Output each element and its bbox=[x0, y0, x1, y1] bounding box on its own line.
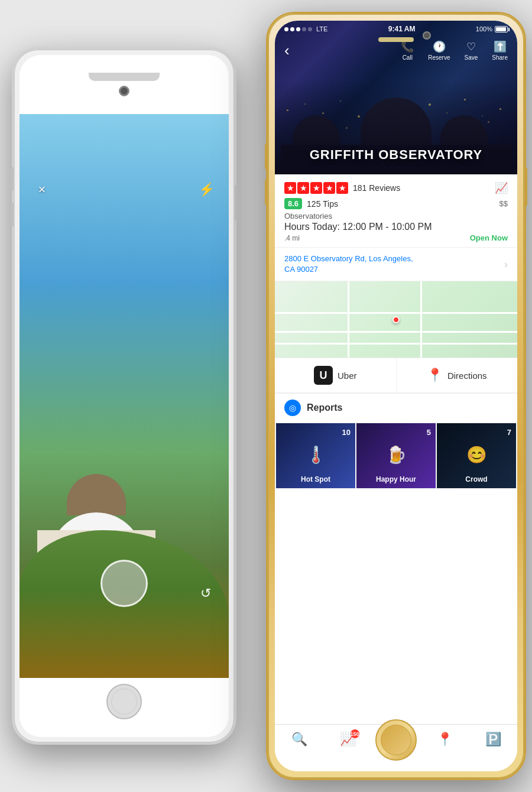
star-4: ★ bbox=[323, 182, 335, 194]
battery-area: 100% bbox=[476, 25, 508, 33]
hotspot-number: 10 bbox=[342, 428, 351, 437]
price-tag: $$ bbox=[499, 199, 508, 208]
address-line1: 2800 E Observatory Rd, Los Angeles, bbox=[284, 254, 413, 263]
venue-title: GRIFFITH OBSERVATORY bbox=[275, 147, 517, 163]
call-label: Call bbox=[403, 54, 413, 61]
signal-dot-2 bbox=[290, 27, 294, 31]
map-road-vertical bbox=[348, 281, 349, 358]
volume-up-button[interactable] bbox=[11, 167, 14, 191]
star-2: ★ bbox=[297, 182, 309, 194]
crowd-number: 7 bbox=[507, 428, 511, 437]
trending-icon: 📈 bbox=[495, 181, 508, 194]
share-icon: ⬆️ bbox=[494, 40, 507, 53]
flash-button[interactable]: ⚡ bbox=[196, 179, 217, 200]
battery-icon bbox=[495, 26, 508, 33]
tab-location[interactable]: 📍 bbox=[437, 732, 453, 747]
nav-actions: 📞 Call 🕐 Reserve ♡ Save ⬆️ Share bbox=[401, 40, 508, 61]
directions-label: Directions bbox=[447, 371, 487, 381]
save-button[interactable]: ♡ Save bbox=[465, 40, 478, 61]
thermometer-icon: 🌡️ bbox=[306, 445, 326, 465]
reports-header: ◎ Reports bbox=[275, 394, 517, 422]
search-icon: 🔍 bbox=[291, 732, 307, 747]
report-tile-hotspot[interactable]: 10 🌡️ Hot Spot bbox=[276, 423, 355, 488]
reserve-button[interactable]: 🕐 Reserve bbox=[428, 40, 450, 61]
uber-button[interactable]: U Uber bbox=[275, 358, 397, 392]
report-tile-crowd[interactable]: 7 😊 Crowd bbox=[437, 423, 516, 488]
back-button[interactable]: ‹ bbox=[284, 41, 290, 60]
share-button[interactable]: ⬆️ Share bbox=[492, 40, 508, 61]
transport-row: U Uber 📍 Directions bbox=[275, 358, 517, 394]
yelp-stars: ★ ★ ★ ★ ★ bbox=[284, 182, 348, 194]
power-button-right[interactable] bbox=[524, 167, 527, 206]
happyhour-label: Happy Hour bbox=[356, 475, 436, 483]
shutter-button[interactable] bbox=[100, 560, 148, 607]
distance-text: .4 mi bbox=[284, 234, 300, 242]
star-1: ★ bbox=[284, 182, 296, 194]
tips-count: 125 Tips bbox=[307, 199, 338, 209]
map-road-horizontal-3 bbox=[275, 343, 517, 345]
tab-search[interactable]: 🔍 bbox=[291, 732, 307, 747]
venue-content: ★ ★ ★ ★ ★ 181 Reviews 📈 8.6 125 Tips $$ … bbox=[275, 174, 517, 724]
reports-icon: ◎ bbox=[284, 400, 301, 416]
phone-left-inner: × ⚡ ↺ bbox=[20, 55, 229, 737]
reserve-label: Reserve bbox=[428, 54, 450, 61]
battery-percent: 100% bbox=[476, 25, 492, 33]
star-5: ★ bbox=[336, 182, 348, 194]
star-3: ★ bbox=[310, 182, 322, 194]
volume-up-button-right[interactable] bbox=[265, 144, 268, 170]
volume-down-button[interactable] bbox=[11, 203, 14, 226]
reports-section: ◎ Reports 10 🌡️ Hot Spot bbox=[275, 394, 517, 489]
signal-dot-5 bbox=[308, 27, 312, 31]
directions-icon: 📍 bbox=[427, 368, 443, 383]
venue-category: Observatories bbox=[284, 212, 508, 220]
front-camera bbox=[119, 86, 129, 96]
volume-down-button-right[interactable] bbox=[265, 179, 268, 205]
heart-icon: ♡ bbox=[466, 40, 476, 53]
hotspot-label: Hot Spot bbox=[276, 475, 355, 483]
rotate-camera-button[interactable]: ↺ bbox=[200, 586, 211, 601]
reviews-section: ★ ★ ★ ★ ★ 181 Reviews 📈 8.6 125 Tips $$ … bbox=[275, 174, 517, 248]
map-road-horizontal bbox=[275, 312, 517, 314]
venue-hero-image: ‹ 📞 Call 🕐 Reserve ♡ Save bbox=[275, 21, 517, 174]
signal-dot-3 bbox=[296, 27, 300, 31]
address-section[interactable]: 2800 E Observatory Rd, Los Angeles, CA 9… bbox=[275, 248, 517, 281]
map-location-pin bbox=[392, 316, 400, 323]
phone-right-speaker bbox=[378, 37, 414, 42]
report-tile-happyhour[interactable]: 5 🍺 Happy Hour bbox=[356, 423, 436, 488]
phone-right: LTE 9:41 AM 100% bbox=[266, 12, 526, 780]
carrier-label: LTE bbox=[316, 25, 327, 33]
clock-icon: 🕐 bbox=[433, 40, 446, 53]
phone-speaker bbox=[89, 73, 160, 81]
home-button[interactable] bbox=[106, 684, 142, 719]
tab-reports[interactable]: 🅿️ bbox=[485, 732, 501, 747]
map-road-vertical-2 bbox=[420, 281, 422, 358]
beer-icon: 🍺 bbox=[386, 445, 407, 465]
home-button-inner bbox=[111, 689, 137, 715]
phone-right-camera bbox=[423, 31, 431, 40]
address-chevron-icon: › bbox=[504, 258, 508, 271]
power-button[interactable] bbox=[235, 185, 238, 220]
signal-strength: LTE bbox=[284, 25, 327, 33]
reports-label: Reports bbox=[307, 403, 342, 413]
directions-button[interactable]: 📍 Directions bbox=[397, 358, 518, 392]
phone-right-inner: LTE 9:41 AM 100% bbox=[275, 21, 517, 771]
share-label: Share bbox=[492, 54, 508, 61]
call-button[interactable]: 📞 Call bbox=[401, 40, 414, 61]
home-button-right-inner bbox=[381, 725, 411, 755]
review-count: 181 Reviews bbox=[353, 183, 400, 193]
save-label: Save bbox=[465, 54, 478, 61]
trending-badge: 150 bbox=[351, 729, 359, 738]
home-button-right[interactable] bbox=[375, 719, 417, 761]
foursquare-score: 8.6 bbox=[284, 198, 302, 209]
address-link[interactable]: 2800 E Observatory Rd, Los Angeles, CA 9… bbox=[284, 254, 504, 275]
reports-tab-icon: 🅿️ bbox=[485, 732, 501, 747]
hours-text: Hours Today: 12:00 PM - 10:00 PM bbox=[284, 222, 432, 232]
location-tab-icon: 📍 bbox=[437, 732, 453, 747]
stars-row: ★ ★ ★ ★ ★ 181 Reviews 📈 bbox=[284, 181, 508, 194]
venue-map[interactable] bbox=[275, 281, 517, 358]
close-button[interactable]: × bbox=[31, 179, 53, 200]
tab-trending[interactable]: 📈 150 bbox=[340, 732, 356, 747]
tips-row: 8.6 125 Tips $$ bbox=[284, 198, 508, 209]
open-status: Open Now bbox=[470, 233, 508, 242]
status-bar: LTE 9:41 AM 100% bbox=[275, 21, 517, 37]
